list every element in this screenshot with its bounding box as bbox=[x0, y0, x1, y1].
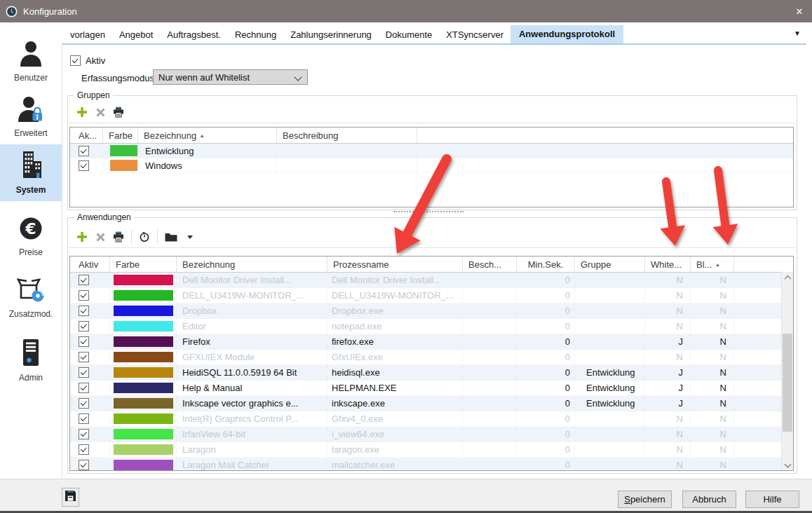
anwendungen-row[interactable]: Firefoxfirefox.exe0JN bbox=[70, 334, 781, 350]
row-aktiv-checkbox[interactable] bbox=[79, 460, 89, 470]
prozessname-cell: DELL_U3419W-MONITOR_... bbox=[327, 288, 463, 303]
add-icon[interactable] bbox=[76, 231, 88, 243]
anwendungen-row[interactable]: DropboxDropbox.exe0NN bbox=[70, 303, 781, 319]
tab-auftragsbest[interactable]: Auftragsbest. bbox=[160, 27, 228, 43]
column-header-prozessname[interactable]: Prozessname bbox=[327, 256, 463, 272]
column-header-farbe[interactable]: Farbe bbox=[103, 128, 138, 143]
speichern-button[interactable]: Speichern bbox=[618, 491, 672, 508]
timer-icon[interactable] bbox=[139, 231, 150, 243]
sidebar-item-preise[interactable]: € Preise bbox=[0, 210, 62, 264]
save-button[interactable] bbox=[62, 488, 79, 507]
anwendungen-row[interactable]: Laragon Mail Catchermailcatcher.exe0NN bbox=[70, 458, 781, 471]
gruppen-header-row: Ak...FarbeBezeichnung▲Beschreibung bbox=[70, 128, 793, 144]
column-header-bl[interactable]: Bl...▲ bbox=[691, 256, 734, 272]
toolbar-separator bbox=[157, 230, 158, 244]
anwendungen-row[interactable]: IrfanView 64-biti_view64.exe0NN bbox=[70, 427, 781, 442]
abbruch-button[interactable]: Abbruch bbox=[682, 491, 736, 508]
row-aktiv-checkbox[interactable] bbox=[79, 398, 89, 409]
close-icon[interactable]: ✕ bbox=[787, 0, 812, 22]
row-aktiv-checkbox[interactable] bbox=[79, 275, 89, 285]
row-aktiv-checkbox[interactable] bbox=[79, 146, 89, 156]
gruppen-row[interactable]: Entwicklung bbox=[70, 144, 793, 158]
folder-icon[interactable] bbox=[165, 231, 177, 243]
column-header-ak[interactable]: Ak... bbox=[70, 128, 103, 143]
anwendungen-row[interactable]: Dell Monitor Driver Install...Dell Monit… bbox=[70, 273, 781, 288]
farbe-cell bbox=[110, 458, 177, 471]
dropdown-caret-icon[interactable] bbox=[184, 231, 196, 243]
tab-xtsyncserver[interactable]: XTSyncserver bbox=[439, 27, 510, 43]
column-header-bezeichnung[interactable]: Bezeichnung bbox=[177, 256, 327, 272]
column-header-filler[interactable] bbox=[417, 128, 793, 143]
anwendungen-row[interactable]: Intel(R) Graphics Control P...Gfxv4_0.ex… bbox=[70, 411, 781, 427]
splitter-handle[interactable] bbox=[393, 211, 463, 212]
sidebar-item-system[interactable]: System bbox=[0, 144, 62, 201]
column-header-bezeichnung[interactable]: Bezeichnung▲ bbox=[138, 128, 277, 143]
aktiv-checkbox[interactable] bbox=[70, 55, 81, 66]
sidebar-item-erweitert[interactable]: Erweitert bbox=[0, 89, 62, 144]
vertical-scrollbar[interactable] bbox=[781, 272, 793, 470]
column-header-filler[interactable] bbox=[734, 256, 793, 272]
tab-rechnung[interactable]: Rechnung bbox=[228, 27, 283, 43]
scroll-down-icon[interactable] bbox=[782, 458, 793, 470]
blacklist-cell: N bbox=[691, 442, 734, 457]
hilfe-button[interactable]: Hilfe bbox=[745, 491, 799, 508]
prozessname-cell: heidisql.exe bbox=[327, 365, 463, 380]
row-aktiv-checkbox[interactable] bbox=[79, 367, 89, 378]
filler-cell bbox=[734, 273, 781, 287]
row-aktiv-checkbox[interactable] bbox=[79, 290, 89, 301]
column-header-farbe[interactable]: Farbe bbox=[110, 256, 177, 272]
row-aktiv-checkbox[interactable] bbox=[79, 306, 89, 316]
aktiv-cell bbox=[70, 303, 110, 318]
row-aktiv-checkbox[interactable] bbox=[79, 383, 89, 393]
anwendungen-row[interactable]: Help & ManualHELPMAN.EXE0EntwicklungJN bbox=[70, 381, 781, 396]
sidebar-item-zusatzmod[interactable]: Zusatzmod. bbox=[0, 271, 62, 325]
print-icon[interactable] bbox=[113, 231, 124, 243]
gruppen-toolbar bbox=[69, 102, 795, 123]
tab-zahlungserinnerung[interactable]: Zahlungserinnerung bbox=[283, 27, 379, 43]
column-header-white[interactable]: White... bbox=[645, 256, 691, 272]
scroll-up-icon[interactable] bbox=[782, 272, 793, 284]
row-aktiv-checkbox[interactable] bbox=[79, 321, 89, 331]
anwendungen-row[interactable]: HeidiSQL 11.0.0.5919 64 Bitheidisql.exe0… bbox=[70, 365, 781, 381]
beschreibung-cell bbox=[463, 273, 517, 287]
scrollbar-thumb[interactable] bbox=[783, 334, 792, 432]
aktiv-cell bbox=[70, 319, 110, 334]
column-header-gruppe[interactable]: Gruppe bbox=[575, 256, 645, 272]
column-header-minsek[interactable]: Min.Sek. bbox=[517, 256, 575, 272]
whitelist-cell: N bbox=[645, 427, 691, 442]
print-icon[interactable] bbox=[113, 106, 124, 118]
anwendungen-row[interactable]: DELL_U3419W-MONITOR_...DELL_U3419W-MONIT… bbox=[70, 288, 781, 303]
filler-cell bbox=[734, 442, 781, 457]
blacklist-cell: N bbox=[691, 273, 734, 287]
anwendungen-row[interactable]: Laragonlaragon.exe0NN bbox=[70, 442, 781, 458]
row-aktiv-checkbox[interactable] bbox=[79, 413, 89, 424]
aktiv-cell bbox=[70, 273, 110, 287]
row-aktiv-checkbox[interactable] bbox=[79, 336, 89, 347]
tab-vorlagen[interactable]: vorlagen bbox=[63, 27, 112, 43]
row-aktiv-checkbox[interactable] bbox=[79, 429, 89, 439]
sidebar-item-admin[interactable]: Admin bbox=[0, 332, 62, 389]
add-icon[interactable] bbox=[76, 106, 88, 118]
erfassungsmodus-select[interactable]: Nur wenn auf Whitelist bbox=[153, 69, 308, 85]
column-header-besch[interactable]: Besch... bbox=[463, 256, 517, 272]
anwendungen-row[interactable]: GFXUIEX ModuleGfxUIEx.exe0NN bbox=[70, 350, 781, 365]
row-aktiv-checkbox[interactable] bbox=[79, 352, 89, 362]
filler-cell bbox=[417, 158, 793, 172]
gruppen-row[interactable]: Windows bbox=[70, 158, 793, 173]
row-aktiv-checkbox[interactable] bbox=[79, 160, 89, 171]
sidebar-item-benutzer[interactable]: Benutzer bbox=[0, 34, 62, 89]
tab-overflow-chevron-icon[interactable]: ▼ bbox=[794, 29, 801, 37]
anwendungen-row[interactable]: Editornotepad.exe0NN bbox=[70, 319, 781, 334]
tab-angebot[interactable]: Angebot bbox=[112, 27, 160, 43]
anwendungen-row[interactable]: Inkscape vector graphics e...inkscape.ex… bbox=[70, 396, 781, 411]
delete-icon[interactable] bbox=[95, 231, 106, 243]
tab-dokumente[interactable]: Dokumente bbox=[379, 27, 439, 43]
column-header-aktiv[interactable]: Aktiv bbox=[70, 256, 110, 272]
gruppe-cell: Entwicklung bbox=[575, 396, 645, 411]
row-aktiv-checkbox[interactable] bbox=[79, 444, 89, 455]
tab-anwendungsprotokoll[interactable]: Anwendungsprotokoll bbox=[510, 25, 623, 43]
sidebar-item-label: Admin bbox=[19, 373, 43, 383]
filler-cell bbox=[734, 288, 781, 303]
column-header-beschreibung[interactable]: Beschreibung bbox=[277, 128, 417, 143]
delete-icon[interactable] bbox=[95, 106, 106, 118]
